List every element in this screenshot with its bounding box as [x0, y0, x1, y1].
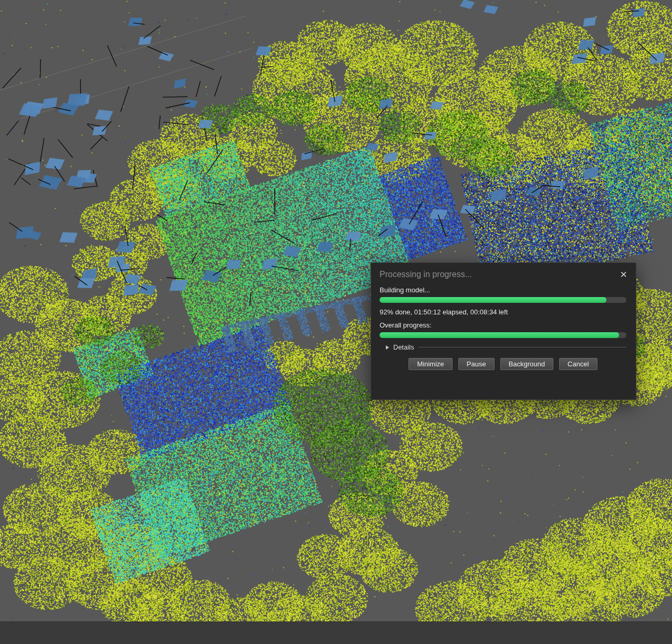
task-label: Building model... [380, 286, 626, 294]
application-window: Processing in progress... ✕ Building mod… [0, 0, 672, 644]
minimize-button[interactable]: Minimize [408, 358, 452, 370]
status-text: 92% done, 01:50:12 elapsed, 00:08:34 lef… [380, 308, 626, 316]
dialog-header: Processing in progress... ✕ [371, 263, 636, 284]
bottom-bar [0, 621, 672, 644]
details-label: Details [393, 343, 414, 351]
task-progress-fill [380, 297, 606, 303]
close-icon[interactable]: ✕ [620, 270, 627, 279]
overall-label: Overall progress: [380, 321, 626, 329]
details-triangle-icon [386, 345, 389, 350]
overall-progress-fill [380, 332, 619, 338]
processing-dialog: Processing in progress... ✕ Building mod… [371, 262, 636, 400]
dialog-title: Processing in progress... [380, 270, 472, 279]
dialog-body: Building model... 92% done, 01:50:12 ela… [371, 286, 636, 370]
dialog-buttons: Minimize Pause Background Cancel [380, 358, 626, 370]
pause-button[interactable]: Pause [458, 358, 495, 370]
details-expander[interactable]: Details [380, 343, 626, 351]
overall-progress-bar [380, 332, 626, 338]
task-progress-bar [380, 297, 626, 303]
background-button[interactable]: Background [500, 358, 553, 370]
details-rule [418, 347, 626, 347]
cancel-button[interactable]: Cancel [559, 358, 597, 370]
